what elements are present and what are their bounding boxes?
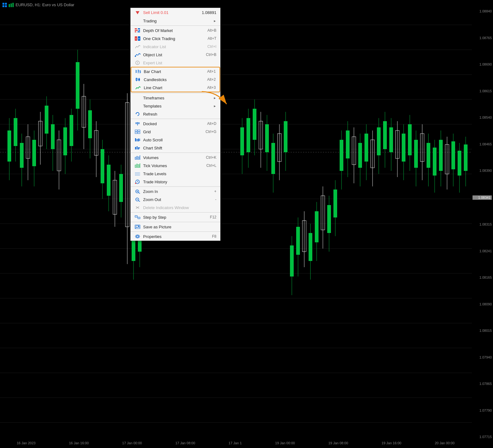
properties-label: Properties <box>143 234 206 239</box>
svg-rect-133 <box>458 151 461 176</box>
grid-item[interactable]: Grid Ctrl+G <box>131 128 220 136</box>
zoom-in-label: Zoom In <box>143 189 208 194</box>
oct-shortcut: Alt+T <box>208 36 216 41</box>
price-3: 1.08690 <box>473 62 492 66</box>
svg-rect-67 <box>253 109 256 140</box>
trade-history-item[interactable]: Trade History <box>131 178 220 186</box>
tick-volumes-item[interactable]: Tick Volumes Ctrl+L <box>131 162 220 170</box>
price-6: 1.08465 <box>473 142 492 146</box>
grid-shortcut: Ctrl+G <box>206 130 216 134</box>
docked-item[interactable]: Docked Alt+D <box>131 120 220 128</box>
volumes-shortcut: Ctrl+K <box>206 155 216 160</box>
tradehist-icon <box>134 179 141 184</box>
tradelevel-icon <box>134 171 141 176</box>
tickvol-icon <box>134 163 141 168</box>
delete-indicators-item[interactable]: Delete Indicators Window <box>131 203 220 212</box>
price-10: 1.08165 <box>473 276 492 279</box>
auto-scroll-item[interactable]: Auto Scroll <box>131 136 220 144</box>
svg-rect-138 <box>2 5 4 7</box>
svg-rect-115 <box>402 134 405 162</box>
depth-of-market-item[interactable]: Depth Of Market Alt+B <box>131 26 220 34</box>
chartshift-icon <box>134 145 141 150</box>
svg-marker-143 <box>136 11 139 14</box>
chart-small-icon <box>8 3 14 7</box>
object-list-icon <box>134 52 141 57</box>
candlesticks-item[interactable]: Candlesticks Alt+2 <box>131 75 219 84</box>
bar-chart-label: Bar Chart <box>144 69 201 74</box>
save-as-picture-item[interactable]: Save as Picture <box>131 223 220 231</box>
svg-rect-194 <box>140 156 140 159</box>
zoom-out-item[interactable]: Zoom Out - <box>131 195 220 203</box>
price-4: 1.08615 <box>473 89 492 93</box>
oct-icon: S B <box>134 36 141 41</box>
dom-label: Depth Of Market <box>143 28 201 33</box>
volumes-item[interactable]: Volumes Ctrl+K <box>131 153 220 162</box>
props-icon <box>134 234 141 239</box>
bar-chart-shortcut: Alt+1 <box>207 69 216 74</box>
svg-line-204 <box>138 182 138 182</box>
candlesticks-label: Candlesticks <box>144 77 201 82</box>
time-4: 17 Jan 08:00 <box>175 441 195 445</box>
chart-svg <box>0 0 472 441</box>
svg-rect-137 <box>5 3 7 5</box>
line-chart-icon <box>135 85 141 90</box>
bar-chart-item[interactable]: Bar Chart Alt+1 <box>131 67 219 75</box>
svg-rect-148 <box>138 30 140 31</box>
zoomout-icon <box>134 197 141 202</box>
step-by-step-shortcut: F12 <box>210 215 216 219</box>
svg-rect-81 <box>296 227 300 255</box>
expert-list-item[interactable]: Expert List <box>131 59 220 67</box>
object-list-item[interactable]: Object List Ctrl+B <box>131 51 220 59</box>
svg-rect-140 <box>9 4 10 7</box>
separator-1 <box>131 25 220 26</box>
save-as-picture-label: Save as Picture <box>143 225 216 229</box>
object-list-shortcut: Ctrl+B <box>206 53 216 57</box>
oct-label: One Click Trading <box>143 36 201 41</box>
price-axis: 1.08840 1.08765 1.08690 1.08615 1.08540 … <box>471 0 493 448</box>
svg-rect-63 <box>240 127 244 155</box>
one-click-trading-item[interactable]: S B One Click Trading Alt+T <box>131 34 220 43</box>
window-icon <box>2 3 14 7</box>
autoscroll-icon <box>134 137 141 142</box>
svg-rect-119 <box>414 140 418 168</box>
step-by-step-item[interactable]: Step by Step F12 <box>131 213 220 221</box>
expert-list-label: Expert List <box>143 61 216 65</box>
svg-rect-41 <box>76 62 79 109</box>
svg-line-230 <box>136 237 136 238</box>
timeframes-icon <box>134 95 141 100</box>
grid-small-icon <box>2 3 7 7</box>
svg-rect-136 <box>2 3 4 5</box>
svg-marker-184 <box>139 139 140 140</box>
svg-rect-77 <box>284 121 287 152</box>
svg-rect-91 <box>327 205 331 233</box>
svg-rect-216 <box>138 217 140 219</box>
indicator-list-shortcut: Ctrl+I <box>207 44 216 49</box>
trading-item[interactable]: Trading ► <box>131 17 220 25</box>
svg-rect-87 <box>315 211 319 242</box>
svg-rect-196 <box>137 164 138 167</box>
properties-item[interactable]: Properties F8 <box>131 232 220 240</box>
zoom-in-item[interactable]: Zoom In + <box>131 187 220 195</box>
trade-levels-item[interactable]: Trade Levels <box>131 170 220 178</box>
trading-label: Trading <box>143 19 211 23</box>
svg-rect-191 <box>135 157 136 159</box>
svg-rect-144 <box>135 28 137 29</box>
bar-chart-icon <box>135 69 141 74</box>
tick-volumes-label: Tick Volumes <box>143 163 200 168</box>
svg-rect-27 <box>32 140 36 166</box>
indicator-list-item[interactable]: Indicator List Ctrl+I <box>131 43 220 51</box>
svg-line-229 <box>139 235 139 235</box>
svg-rect-141 <box>11 3 12 7</box>
volumes-label: Volumes <box>143 155 200 160</box>
sell-limit-item[interactable]: Sell Limit 0.01 1.08891 <box>131 8 220 17</box>
time-axis: 16 Jan 2023 16 Jan 16:00 17 Jan 00:00 17… <box>0 441 471 445</box>
svg-rect-127 <box>439 140 443 171</box>
price-8: 1.08315 <box>473 222 492 226</box>
svg-rect-23 <box>20 143 24 168</box>
separator-5 <box>131 186 220 187</box>
line-chart-label: Line Chart <box>144 85 201 90</box>
vol-icon <box>134 155 141 160</box>
chart-shift-item[interactable]: Chart Shift <box>131 144 220 152</box>
svg-marker-190 <box>139 147 140 149</box>
svg-rect-45 <box>88 110 92 138</box>
